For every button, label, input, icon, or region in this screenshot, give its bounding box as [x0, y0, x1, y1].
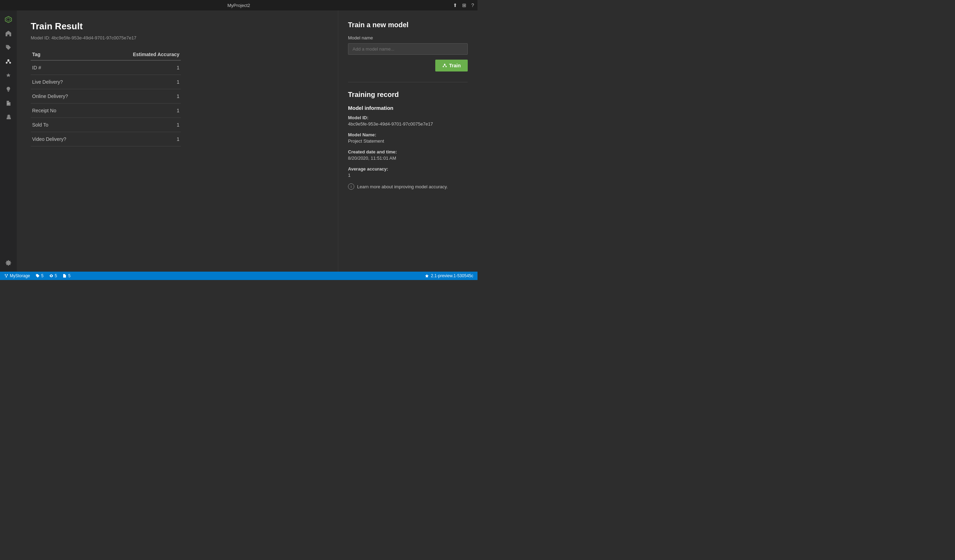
new-model-heading: Train a new model	[348, 21, 468, 29]
svg-point-16	[6, 276, 7, 278]
avg-accuracy-val: 1	[348, 173, 468, 178]
accuracy-cell: 1	[97, 75, 181, 89]
svg-rect-8	[7, 104, 9, 104]
layout-icon[interactable]: ⊞	[462, 2, 467, 8]
svg-line-13	[445, 65, 446, 66]
version-icon	[425, 274, 429, 278]
created-row: Created date and time: 8/20/2020, 11:51:…	[348, 149, 468, 161]
svg-point-15	[7, 275, 8, 276]
accuracy-cell: 1	[97, 132, 181, 147]
new-model-section: Train a new model Model name Train	[348, 21, 468, 72]
svg-point-9	[444, 64, 445, 65]
info-icon: i	[348, 183, 354, 190]
tag-small-icon	[36, 274, 40, 278]
statusbar: MyStorage 5 5 5 2.1-preview.1-530545c	[0, 271, 478, 280]
col-tag: Tag	[31, 49, 97, 60]
accuracy-cell: 1	[97, 104, 181, 118]
tags-count: 5	[41, 273, 44, 278]
model-id-row: Model ID: 4bc9e5fe-953e-49d4-9701-97c007…	[348, 115, 468, 126]
model-name-record-key: Model Name:	[348, 132, 468, 137]
col-accuracy: Estimated Accuracy	[97, 49, 181, 60]
tag-cell: Online Delivery?	[31, 89, 97, 104]
tag-cell: Live Delivery?	[31, 75, 97, 89]
app-body: Train Result Model ID: 4bc9e5fe-953e-49d…	[0, 11, 478, 271]
tag-cell: Receipt No	[31, 104, 97, 118]
docs-count-item: 5	[63, 273, 70, 278]
version-text: 2.1-preview.1-530545c	[431, 273, 473, 278]
tags-count-item: 5	[36, 273, 44, 278]
avg-accuracy-row: Average accuracy: 1	[348, 166, 468, 178]
svg-line-12	[443, 65, 445, 66]
tag-cell: Video Delivery?	[31, 132, 97, 147]
learn-more-text[interactable]: Learn more about improving model accurac…	[357, 184, 448, 189]
table-row: Live Delivery? 1	[31, 75, 181, 89]
train-button-label: Train	[449, 63, 461, 69]
sidebar-item-train[interactable]	[2, 55, 15, 68]
svg-line-17	[5, 276, 6, 276]
training-record-heading: Training record	[348, 90, 468, 99]
svg-point-11	[445, 66, 447, 67]
storage-name: MyStorage	[10, 273, 30, 278]
accuracy-cell: 1	[97, 89, 181, 104]
model-name-label: Model name	[348, 35, 468, 41]
model-id-key: Model ID:	[348, 115, 468, 120]
table-row: ID # 1	[31, 60, 181, 75]
statusbar-right: 2.1-preview.1-530545c	[425, 273, 473, 278]
storage-item: MyStorage	[4, 273, 30, 278]
avg-accuracy-key: Average accuracy:	[348, 166, 468, 172]
created-val: 8/20/2020, 11:51:01 AM	[348, 156, 468, 161]
learn-more-row: i Learn more about improving model accur…	[348, 183, 468, 190]
training-record-section: Training record Model information Model …	[348, 90, 468, 190]
sidebar-item-home[interactable]	[2, 27, 15, 40]
titlebar-actions: ⬆ ⊞ ?	[453, 2, 474, 8]
svg-rect-7	[7, 103, 9, 104]
svg-line-6	[8, 61, 10, 62]
svg-marker-0	[5, 16, 11, 23]
doc-small-icon	[63, 274, 67, 278]
svg-line-18	[6, 276, 7, 276]
model-name-row: Model Name: Project Statement	[348, 132, 468, 144]
results-table: Tag Estimated Accuracy ID # 1 Live Deliv…	[31, 49, 181, 147]
sidebar-item-plugins[interactable]	[2, 111, 15, 123]
train-button[interactable]: Train	[435, 59, 468, 72]
content-area: Train Result Model ID: 4bc9e5fe-953e-49d…	[17, 11, 478, 271]
model-info-title: Model information	[348, 105, 468, 111]
svg-point-10	[443, 66, 444, 67]
sidebar-item-settings[interactable]	[2, 256, 15, 269]
table-row: Online Delivery? 1	[31, 89, 181, 104]
model-id-val: 4bc9e5fe-953e-49d4-9701-97c0075e7e17	[348, 121, 468, 126]
svg-point-2	[7, 59, 9, 61]
svg-point-14	[5, 275, 6, 276]
app-title: MyProject2	[227, 3, 250, 8]
train-icon	[442, 63, 447, 68]
statusbar-left: MyStorage 5 5 5	[4, 273, 70, 278]
svg-point-3	[6, 62, 8, 64]
main-panel: Train Result Model ID: 4bc9e5fe-953e-49d…	[17, 11, 338, 271]
page-title: Train Result	[31, 21, 324, 32]
connections-count-item: 5	[49, 273, 57, 278]
branch-icon	[4, 274, 8, 278]
created-key: Created date and time:	[348, 149, 468, 154]
help-icon[interactable]: ?	[471, 2, 474, 8]
model-name-input[interactable]	[348, 43, 468, 55]
right-panel: Train a new model Model name Train	[338, 11, 478, 271]
svg-marker-1	[7, 18, 10, 21]
sidebar-item-tags[interactable]	[2, 41, 15, 54]
model-id-display: Model ID: 4bc9e5fe-953e-49d4-9701-97c007…	[31, 35, 324, 41]
titlebar: MyProject2 ⬆ ⊞ ?	[0, 0, 478, 11]
connections-count: 5	[55, 273, 57, 278]
section-divider	[348, 82, 468, 82]
accuracy-cell: 1	[97, 118, 181, 132]
sidebar-item-lightbulb[interactable]	[2, 83, 15, 95]
svg-line-5	[7, 61, 8, 62]
sidebar-item-connections[interactable]	[2, 69, 15, 81]
table-row: Video Delivery? 1	[31, 132, 181, 147]
table-row: Sold To 1	[31, 118, 181, 132]
docs-count: 5	[68, 273, 70, 278]
tag-cell: Sold To	[31, 118, 97, 132]
eye-icon	[49, 274, 53, 278]
tag-cell: ID #	[31, 60, 97, 75]
share-icon[interactable]: ⬆	[453, 2, 457, 8]
sidebar-item-docs[interactable]	[2, 97, 15, 109]
table-row: Receipt No 1	[31, 104, 181, 118]
